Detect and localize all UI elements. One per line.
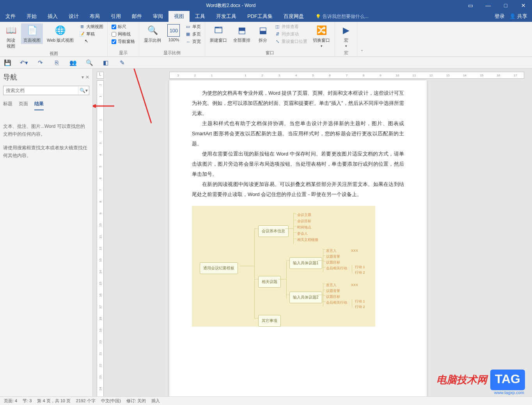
- new-window-icon: 🗔: [212, 24, 225, 37]
- nav-tab-pages[interactable]: 页面: [19, 101, 28, 110]
- group-zoom: 🔍 显示比例 100 100% ▭单页 ▦多页 ↔页宽 显示比例: [139, 22, 205, 57]
- new-window-button[interactable]: 🗔新建窗口: [207, 23, 229, 44]
- qat-btn-8[interactable]: ✎: [118, 58, 126, 67]
- paragraph-1: 为使您的文档具有专业外观，Word 提供了页眉、页脚、封面和文本框设计，这些设计…: [192, 88, 404, 118]
- main-area: 导航 ▾ ✕ 🔍▾ 标题 页面 结果 文本、批注、图片...Word 可以查找您…: [0, 69, 532, 405]
- macros-button[interactable]: ▶宏▾: [337, 23, 355, 49]
- outline-view-button[interactable]: ≣大纲视图: [78, 23, 105, 30]
- switch-windows-button[interactable]: 🔀切换窗口▾: [310, 23, 332, 49]
- document-page[interactable]: 为使您的文档具有专业外观，Word 提供了页眉、页脚、封面和文本框设计，这些设计…: [169, 80, 427, 404]
- ruler-corner[interactable]: L: [97, 72, 104, 79]
- zoom-button[interactable]: 🔍 显示比例: [142, 23, 163, 44]
- multi-page-button[interactable]: ▦多页: [184, 31, 202, 37]
- qat-btn-5[interactable]: 👥: [69, 58, 77, 67]
- close-button[interactable]: ✕: [514, 0, 532, 11]
- nav-search-input[interactable]: [4, 86, 78, 95]
- tab-file[interactable]: 文件: [0, 11, 21, 22]
- nav-search: 🔍▾: [3, 86, 89, 95]
- status-track[interactable]: 修订: 关闭: [126, 398, 146, 404]
- undo-icon[interactable]: ↶▾: [20, 58, 28, 67]
- qat-btn-6[interactable]: 🔍: [85, 58, 94, 67]
- nav-tab-results[interactable]: 结果: [34, 101, 44, 110]
- one-page-button[interactable]: ▭单页: [184, 23, 202, 30]
- annotation-arrow-2: [105, 69, 163, 131]
- watermark: 电脑技术网 TAG: [436, 370, 525, 390]
- web-layout-button[interactable]: 🌐 Web 版式视图: [44, 23, 76, 44]
- group-window: 🗔新建窗口 ⬒全部重排 ⬓拆分 ◫并排查看 ⇵同步滚动 ⤡重设窗口位置 🔀切换窗…: [205, 22, 335, 57]
- maximize-button[interactable]: □: [497, 0, 514, 11]
- ribbon-options-icon[interactable]: ▭: [462, 0, 479, 11]
- nav-hint-1: 文本、批注、图片...Word 可以查找您的文档中的任何内容。: [3, 122, 89, 138]
- watermark-url: www.tagxp.com: [494, 390, 524, 395]
- tab-layout[interactable]: 布局: [84, 11, 105, 22]
- reset-pos-button[interactable]: ⤡重设窗口位置: [273, 38, 309, 45]
- read-mode-icon: 📖: [5, 24, 17, 37]
- redo-icon[interactable]: ↷: [36, 58, 44, 67]
- ruler-checkbox[interactable]: 标尺: [110, 23, 137, 30]
- sync-scroll-icon: ⇵: [275, 32, 280, 37]
- status-pageof[interactable]: 第 4 页，共 10 页: [37, 398, 71, 404]
- save-icon[interactable]: 💾: [3, 58, 12, 67]
- status-section[interactable]: 节: 3: [23, 398, 32, 404]
- qat-btn-4[interactable]: ⎘: [52, 58, 61, 67]
- tab-review[interactable]: 审阅: [147, 11, 168, 22]
- tab-developer[interactable]: 开发工具: [211, 11, 242, 22]
- tab-design[interactable]: 设计: [63, 11, 84, 22]
- page-width-icon: ↔: [185, 39, 191, 44]
- gridlines-checkbox[interactable]: 网格线: [110, 31, 137, 37]
- paragraph-4: 在新的阅读视图中阅读更加容易。可以折叠文档某些部分并关注所需文本。如果在达到结尾…: [192, 179, 404, 200]
- share-button[interactable]: 👤 共享: [509, 13, 527, 20]
- navigation-pane: 导航 ▾ ✕ 🔍▾ 标题 页面 结果 文本、批注、图片...Word 可以查找您…: [0, 69, 93, 405]
- collapse-ribbon-button[interactable]: ˄: [357, 22, 367, 57]
- tab-home[interactable]: 开始: [21, 11, 42, 22]
- minimize-button[interactable]: —: [479, 0, 497, 11]
- login-link[interactable]: 登录: [495, 13, 505, 20]
- status-lang[interactable]: 中文(中国): [101, 398, 121, 404]
- status-insert[interactable]: 插入: [151, 398, 160, 404]
- reset-pos-icon: ⤡: [275, 39, 280, 44]
- nav-close-icon[interactable]: ✕: [85, 74, 89, 80]
- status-bar: 页面: 4 节: 3 第 4 页，共 10 页 2192 个字 中文(中国) 修…: [0, 396, 532, 405]
- side-by-side-button[interactable]: ◫并排查看: [273, 23, 309, 30]
- vertical-ruler[interactable]: 2112345678910111213141516171819202122232…: [97, 80, 104, 397]
- arrange-all-button[interactable]: ⬒全部重排: [231, 23, 253, 44]
- read-mode-button[interactable]: 📖 阅读 视图: [2, 23, 20, 50]
- tab-baidu[interactable]: 百度网盘: [278, 11, 309, 22]
- tab-pdf[interactable]: PDF工具集: [242, 11, 278, 22]
- window-controls: ▭ — □ ✕: [462, 0, 532, 11]
- window-title: Word教程2.docx - Word: [0, 2, 462, 9]
- page-width-button[interactable]: ↔页宽: [184, 38, 202, 45]
- search-icon[interactable]: 🔍▾: [78, 86, 89, 95]
- qat-btn-7[interactable]: ◧: [101, 58, 110, 67]
- horizontal-ruler[interactable]: 3211234567891011121314151617: [169, 72, 524, 79]
- zoom-100-button[interactable]: 100 100%: [165, 23, 182, 43]
- web-layout-icon: 🌐: [54, 24, 67, 37]
- tab-references[interactable]: 引用: [105, 11, 126, 22]
- status-page[interactable]: 页面: 4: [4, 398, 17, 404]
- nav-tabs: 标题 页面 结果: [3, 101, 89, 111]
- zoom-100-icon: 100: [167, 24, 180, 37]
- draft-icon: 📝: [79, 32, 85, 37]
- svg-line-2: [128, 69, 151, 123]
- tell-me-input[interactable]: 告诉我您想要做什么...: [316, 13, 369, 20]
- nav-body: 文本、批注、图片...Word 可以查找您的文档中的任何内容。 请使用搜索框查找…: [3, 122, 89, 160]
- nav-tab-headings[interactable]: 标题: [3, 101, 12, 110]
- ribbon-tabs: 文件 开始 插入 设计 布局 引用 邮件 审阅 视图 工具 开发工具 PDF工具…: [0, 11, 532, 22]
- nav-title: 导航: [3, 73, 17, 82]
- print-layout-icon: 📄: [26, 24, 38, 37]
- annotation-arrow-3: [93, 102, 116, 110]
- status-words[interactable]: 2192 个字: [76, 398, 96, 404]
- tab-tools[interactable]: 工具: [190, 11, 211, 22]
- zoom-icon: 🔍: [146, 24, 159, 37]
- tab-mailings[interactable]: 邮件: [126, 11, 147, 22]
- group-macros-label: 宏: [337, 49, 355, 56]
- tab-insert[interactable]: 插入: [42, 11, 63, 22]
- print-layout-button[interactable]: 📄 页面视图: [21, 23, 43, 44]
- navpane-checkbox[interactable]: 导航窗格: [110, 38, 137, 45]
- split-button[interactable]: ⬓拆分: [254, 23, 271, 44]
- tab-view[interactable]: 视图: [168, 11, 190, 22]
- nav-dropdown-icon[interactable]: ▾: [82, 74, 84, 80]
- draft-view-button[interactable]: 📝草稿: [78, 31, 105, 37]
- quick-access-toolbar: 💾 ↶▾ ↷ ⎘ 👥 🔍 ◧ ✎: [0, 57, 532, 69]
- sync-scroll-button[interactable]: ⇵同步滚动: [273, 31, 309, 37]
